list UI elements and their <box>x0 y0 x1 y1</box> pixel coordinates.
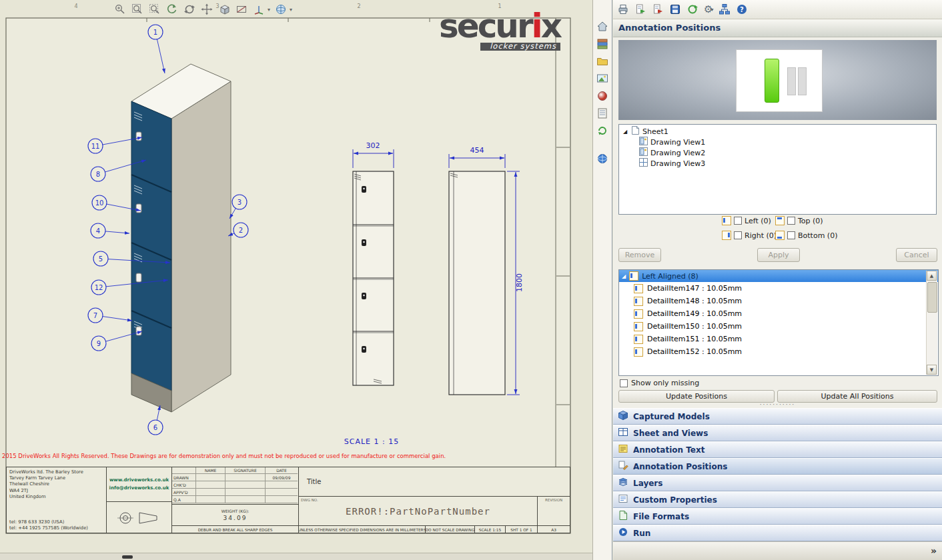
tree-item-drawing-view3[interactable]: Drawing View3 <box>619 158 936 169</box>
rotate-view-icon[interactable] <box>183 3 196 16</box>
accordion-captured-models[interactable]: Captured Models <box>613 408 942 425</box>
autopilot-icon[interactable] <box>686 3 698 15</box>
horizontal-scrollbar[interactable] <box>0 553 592 560</box>
chevron-down-icon[interactable]: ▾ <box>268 7 270 13</box>
list-item[interactable]: DetailItem150 : 10.05mm <box>619 320 938 333</box>
accordion-layers[interactable]: Layers <box>613 475 942 491</box>
save-icon[interactable] <box>669 3 681 15</box>
globe-icon[interactable] <box>596 152 609 165</box>
company-web: www.driveworks.co.uk info@driveworks.co.… <box>107 467 172 502</box>
align-bottom-checkbox[interactable] <box>787 231 795 239</box>
view-orientation-icon[interactable] <box>252 3 266 16</box>
scrollbar-thumb[interactable] <box>927 282 937 313</box>
section-view-icon[interactable] <box>235 3 248 16</box>
list-item[interactable]: DetailItem149 : 10.05mm <box>619 307 938 320</box>
chevron-down-icon[interactable]: ▾ <box>711 7 713 13</box>
svg-text:454: 454 <box>470 146 484 155</box>
tree-item-sheet1[interactable]: ◢ Sheet1 <box>619 126 936 137</box>
note-units: UNLESS OTHERWISE SPECIFIED DIMENSIONS AR… <box>299 526 426 533</box>
annotation-group-header[interactable]: ◢ Left Aligned (8) <box>619 270 938 282</box>
list-item[interactable]: DetailItem147 : 10.05mm <box>619 282 938 295</box>
isometric-view[interactable] <box>131 64 231 412</box>
list-item[interactable]: DetailItem152 : 10.05mm <box>619 345 938 358</box>
align-left-icon <box>634 309 643 319</box>
scrollbar-thumb[interactable] <box>122 555 133 559</box>
accordion-file-formats[interactable]: File Formats <box>613 508 942 525</box>
zoom-in-out-icon[interactable] <box>113 3 127 16</box>
export-document-icon[interactable] <box>652 3 664 15</box>
community-icon[interactable] <box>596 124 609 137</box>
align-left-checkbox[interactable] <box>734 217 742 225</box>
preview-selected-view <box>765 59 779 103</box>
update-positions-button[interactable]: Update Positions <box>618 390 775 403</box>
show-only-missing-checkbox[interactable] <box>620 379 628 387</box>
display-style-icon[interactable] <box>274 3 288 16</box>
previous-view-icon[interactable] <box>165 3 179 16</box>
tree-item-drawing-view1[interactable]: Drawing View1 <box>619 137 936 147</box>
align-right-control[interactable]: Right (0) <box>722 231 777 240</box>
view-palette-icon[interactable] <box>596 72 609 85</box>
collapse-panel-icon[interactable]: » <box>931 545 937 556</box>
accordion-annotation-positions[interactable]: Annotation Positions <box>613 458 942 475</box>
accordion-run[interactable]: Run <box>613 525 942 541</box>
show-only-missing-label: Show only missing <box>631 379 699 387</box>
svg-text:8: 8 <box>96 171 100 178</box>
align-right-icon <box>722 231 731 240</box>
accordion-annotation-text[interactable]: Annotation Text <box>613 441 942 458</box>
scroll-down-button[interactable]: ▼ <box>927 365 937 375</box>
export-report-icon[interactable] <box>634 3 646 15</box>
sheet-tree: ◢ Sheet1 Drawing View1 Drawing View2 Dra… <box>618 124 937 215</box>
3d-drawing-view-icon[interactable] <box>217 3 231 16</box>
align-left-control[interactable]: Left (0) <box>722 216 771 225</box>
align-left-icon <box>634 322 643 331</box>
chevron-down-icon[interactable]: ▾ <box>290 7 292 13</box>
list-item[interactable]: DetailItem148 : 10.05mm <box>619 295 938 307</box>
remove-button[interactable]: Remove <box>618 248 661 262</box>
list-item[interactable]: DetailItem151 : 10.05mm <box>619 333 938 345</box>
help-icon[interactable]: ? <box>736 3 748 15</box>
apply-button[interactable]: Apply <box>757 248 800 262</box>
file-formats-icon <box>618 510 628 523</box>
tree-item-drawing-view2[interactable]: Drawing View2 <box>619 147 936 158</box>
front-view[interactable] <box>353 171 394 385</box>
accordion-custom-properties[interactable]: Custom Properties <box>613 491 942 508</box>
print-icon[interactable] <box>617 3 629 15</box>
align-top-control[interactable]: Top (0) <box>775 216 823 225</box>
tree-item-label: Sheet1 <box>642 127 668 136</box>
annotation-group-label: Left Aligned (8) <box>642 272 698 281</box>
zoom-to-fit-icon[interactable] <box>131 3 144 16</box>
tree-expand-icon[interactable]: ◢ <box>622 129 628 135</box>
show-only-missing-control[interactable]: Show only missing <box>620 379 699 387</box>
side-view[interactable] <box>449 171 505 395</box>
drawing-view-icon <box>639 137 648 147</box>
scroll-up-button[interactable]: ▲ <box>927 271 937 281</box>
svg-text:4: 4 <box>96 227 100 235</box>
cancel-button[interactable]: Cancel <box>896 248 937 262</box>
zoom-to-area-icon[interactable] <box>148 3 161 16</box>
accordion-sheet-and-views[interactable]: Sheet and Views <box>613 425 942 441</box>
custom-properties-icon[interactable] <box>596 107 609 120</box>
task-pane-strip <box>592 0 612 560</box>
pan-icon[interactable] <box>200 3 213 16</box>
list-scrollbar[interactable]: ▲ ▼ <box>926 271 937 375</box>
drawing-number-cell: DWG NO. ERROR!:PartNoPartNumber <box>299 497 538 526</box>
appearances-icon[interactable] <box>596 89 609 103</box>
align-bottom-control[interactable]: Bottom (0) <box>775 231 837 240</box>
drawing-sheet-area[interactable]: 4 3 2 1 <box>0 0 592 560</box>
settings-icon[interactable]: ⚙▾ <box>704 4 713 15</box>
update-all-positions-button[interactable]: Update All Positions <box>777 390 937 403</box>
scale-note: SCALE 1 : 15 <box>344 437 399 446</box>
preview-page <box>736 49 823 112</box>
tree-item-label: Drawing View1 <box>650 138 705 147</box>
align-right-checkbox[interactable] <box>734 231 742 239</box>
panel-splitter-handle[interactable]: ··········· <box>613 402 942 407</box>
align-top-checkbox[interactable] <box>787 217 795 225</box>
svg-text:10: 10 <box>95 199 104 207</box>
specification-flow-icon[interactable] <box>719 3 731 15</box>
design-library-icon[interactable] <box>596 37 609 51</box>
view-toolbar: ▾ ▾ <box>113 3 292 16</box>
group-expand-icon[interactable]: ◢ <box>622 273 626 279</box>
driveworks-panel: ⚙▾ ? Annotation Positions ◢ Sheet1 Drawi… <box>613 0 942 560</box>
file-explorer-icon[interactable] <box>596 55 609 68</box>
home-icon[interactable] <box>596 20 609 33</box>
